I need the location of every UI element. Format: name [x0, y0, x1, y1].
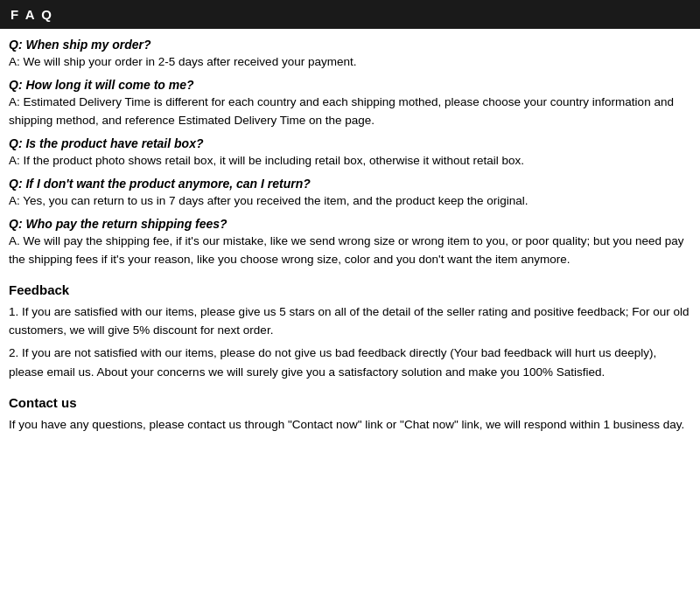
feedback-item-2: 2. If you are not satisfied with our ite… — [9, 344, 691, 381]
faq-item-1: Q: When ship my order? A: We will ship y… — [9, 38, 691, 71]
faq-answer-2: A: Estimated Delivery Time is different … — [9, 94, 691, 129]
contact-title: Contact us — [9, 395, 691, 410]
main-content: Q: When ship my order? A: We will ship y… — [0, 38, 700, 435]
faq-answer-5: A. We will pay the shipping fee, if it's… — [9, 233, 691, 268]
feedback-item-1: 1. If you are satisfied with our items, … — [9, 303, 691, 340]
faq-question-1: Q: When ship my order? — [9, 38, 691, 52]
faq-section: Q: When ship my order? A: We will ship y… — [9, 38, 691, 268]
faq-header: F A Q — [0, 0, 700, 29]
faq-question-5: Q: Who pay the return shipping fees? — [9, 217, 691, 231]
faq-answer-1: A: We will ship your order in 2-5 days a… — [9, 53, 691, 71]
faq-item-3: Q: Is the product have retail box? A: If… — [9, 136, 691, 170]
faq-item-2: Q: How long it will come to me? A: Estim… — [9, 78, 691, 129]
faq-question-3: Q: Is the product have retail box? — [9, 136, 691, 150]
faq-item-4: Q: If I don't want the product anymore, … — [9, 177, 691, 210]
faq-question-4: Q: If I don't want the product anymore, … — [9, 177, 691, 191]
contact-text: If you have any questions, please contac… — [9, 415, 691, 435]
faq-answer-4: A: Yes, you can return to us in 7 days a… — [9, 192, 691, 210]
faq-answer-3: A: If the product photo shows retail box… — [9, 152, 691, 170]
contact-section: Contact us If you have any questions, pl… — [9, 395, 691, 435]
feedback-title: Feedback — [9, 282, 691, 297]
faq-item-5: Q: Who pay the return shipping fees? A. … — [9, 217, 691, 268]
feedback-section: Feedback 1. If you are satisfied with ou… — [9, 282, 691, 381]
faq-question-2: Q: How long it will come to me? — [9, 78, 691, 92]
